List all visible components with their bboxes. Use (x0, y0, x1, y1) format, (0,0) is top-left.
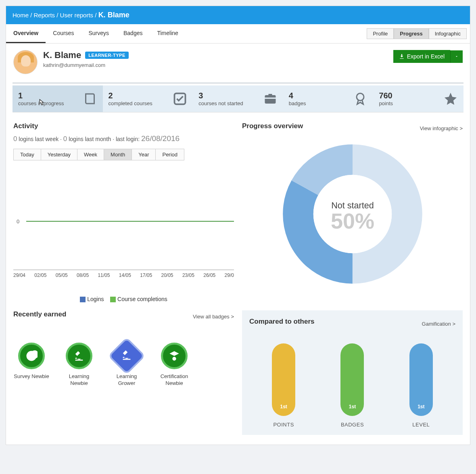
tab-courses[interactable]: Courses (46, 24, 81, 43)
badge-learning-grower[interactable]: Learning Grower (109, 343, 145, 387)
download-icon (399, 54, 405, 59)
cursor-icon (37, 98, 46, 108)
compared-panel: Compared to others Gamification > 1st PO… (242, 310, 463, 435)
breadcrumb-user-reports[interactable]: User reports (60, 12, 94, 19)
badge-survey-newbie[interactable]: Survey Newbie (13, 343, 50, 387)
separator (13, 82, 463, 84)
export-dropdown-caret[interactable] (450, 50, 463, 63)
tabs-view: Profile Progress Infographic (367, 28, 470, 39)
learner-type-tag: LEARNER-TYPE (85, 52, 129, 59)
svg-point-1 (357, 94, 364, 101)
breadcrumb-reports[interactable]: Reports (34, 12, 55, 19)
gamification-link[interactable]: Gamification > (422, 321, 455, 327)
tab-overview[interactable]: Overview (6, 24, 46, 43)
breadcrumb-home[interactable]: Home (13, 12, 29, 19)
microscope-icon (73, 350, 85, 362)
tab-timeline[interactable]: Timeline (150, 24, 185, 43)
progress-donut: Not started 50% (280, 141, 425, 287)
profile-name: K. Blame (43, 50, 81, 60)
avatar (13, 50, 38, 74)
recent-panel: Recently earned View all badges > Survey… (13, 310, 234, 435)
stat-not-started[interactable]: 3courses not started (193, 85, 283, 112)
check-icon (173, 91, 187, 106)
breadcrumb: Home / Reports / User reports / K. Blame (6, 6, 470, 24)
view-all-badges-link[interactable]: View all badges > (193, 314, 234, 320)
pill-level: 1st LEVEL (409, 343, 433, 428)
activity-chart: 0 29/0402/0505/0508/0511/0514/0517/0520/… (13, 167, 234, 280)
activity-legend: Logins Course completions (13, 296, 234, 302)
profile-email: kathrin@dummyemail.com (43, 62, 129, 68)
time-range-tabs: Today Yesterday Week Month Year Period (13, 149, 184, 160)
award-icon (353, 91, 367, 106)
recent-title: Recently earned (13, 310, 66, 318)
progress-panel: Progress overview View infographic > Not… (242, 122, 463, 302)
tab-badges[interactable]: Badges (116, 24, 150, 43)
briefcase-icon (263, 91, 278, 106)
breadcrumb-current: K. Blame (98, 11, 129, 19)
book-icon (83, 91, 97, 106)
time-yesterday[interactable]: Yesterday (41, 149, 77, 160)
view-progress[interactable]: Progress (394, 28, 428, 39)
caret-down-icon (455, 54, 459, 58)
stat-completed[interactable]: 2completed courses (103, 85, 193, 112)
graduate-icon (169, 350, 180, 362)
activity-panel: Activity 0 logins last week · 0 logins l… (13, 122, 234, 302)
activity-summary: 0 logins last week · 0 logins last month… (13, 134, 234, 143)
pie-icon (25, 350, 38, 362)
compared-title: Compared to others (249, 318, 315, 326)
time-week[interactable]: Week (77, 149, 104, 160)
progress-title: Progress overview (242, 122, 303, 130)
stat-points[interactable]: 760points (373, 85, 463, 112)
star-icon (443, 91, 458, 106)
microscope-icon (121, 349, 132, 361)
tabs-main: Overview Courses Surveys Badges Timeline (6, 24, 186, 43)
view-infographic[interactable]: Infographic (429, 28, 467, 39)
time-today[interactable]: Today (14, 149, 41, 160)
stats-row: 1courses in progress 2completed courses … (13, 85, 463, 112)
stat-badges[interactable]: 4badges (283, 85, 374, 112)
activity-title: Activity (13, 122, 234, 130)
time-period[interactable]: Period (156, 149, 184, 160)
badge-certification-newbie[interactable]: Certification Newbie (156, 343, 192, 387)
export-excel-button[interactable]: Export in Excel (393, 50, 450, 63)
time-month[interactable]: Month (104, 149, 132, 160)
view-infographic-link[interactable]: View infographic > (420, 125, 463, 131)
tab-surveys[interactable]: Surveys (81, 24, 116, 43)
svg-text:50%: 50% (330, 209, 374, 233)
stat-in-progress[interactable]: 1courses in progress (13, 85, 103, 112)
pill-badges: 1st BADGES (340, 343, 364, 428)
time-year[interactable]: Year (132, 149, 156, 160)
view-profile[interactable]: Profile (367, 28, 394, 39)
badge-learning-newbie[interactable]: Learning Newbie (61, 343, 97, 387)
pill-points: 1st POINTS (272, 343, 295, 428)
